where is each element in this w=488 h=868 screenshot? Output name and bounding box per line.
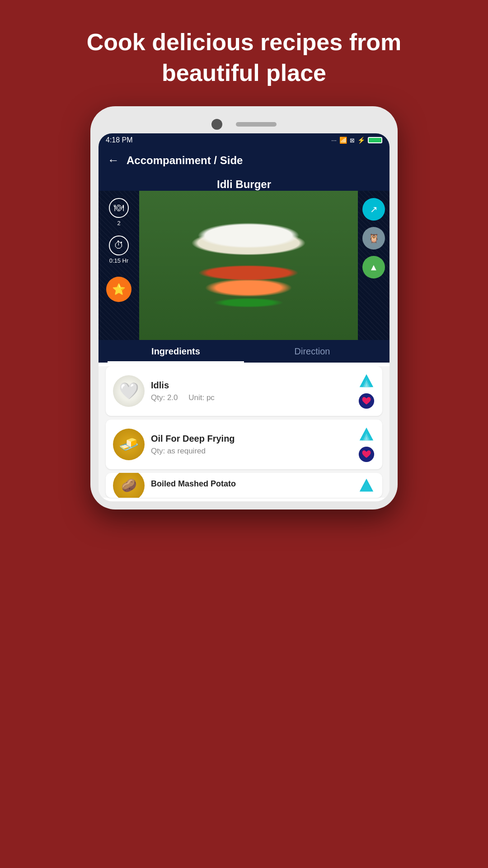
- pyramid-icon: [358, 477, 375, 494]
- tab-bar: Ingredients Direction: [99, 340, 389, 363]
- promo-header: Cook delicious recipes from beautiful pl…: [0, 0, 488, 106]
- battery-indicator: [368, 137, 382, 143]
- servings-value: 2: [117, 220, 120, 226]
- status-icons: ··· 📶 ⊠ ⚡: [331, 137, 382, 144]
- table-row: 🤍 Idlis Qty: 2.0 Unit: pc: [106, 366, 382, 416]
- ingredient-info: Idlis Qty: 2.0 Unit: pc: [151, 380, 352, 402]
- time-value: 0:15 Hr: [109, 257, 129, 264]
- star-icon: ⭐: [112, 283, 126, 296]
- tab-ingredients[interactable]: Ingredients: [108, 340, 244, 363]
- recipe-left-panel: 🍽 2 ⏱ 0:15 Hr ⭐: [99, 191, 139, 340]
- time-icon: ⏱: [109, 236, 129, 255]
- heart-icon: [358, 446, 375, 463]
- phone-screen: 4:18 PM ··· 📶 ⊠ ⚡ ← Accompaniment / Side…: [99, 133, 389, 501]
- phone-speaker: [236, 122, 277, 127]
- info-button[interactable]: 🦉: [362, 227, 385, 250]
- bolt-icon: ⚡: [357, 137, 365, 144]
- recipe-title: Idli Burger: [99, 174, 389, 191]
- ingredient-nutrition-icons: [358, 426, 375, 463]
- back-button[interactable]: ←: [108, 153, 119, 167]
- page-title: Accompaniment / Side: [127, 154, 243, 167]
- tab-direction[interactable]: Direction: [244, 340, 380, 363]
- app-header: ← Accompaniment / Side: [99, 147, 389, 174]
- ingredient-image-oil: 🧈: [113, 429, 145, 460]
- favorite-button[interactable]: ⭐: [106, 277, 131, 302]
- pyramid-icon: [358, 373, 375, 390]
- table-row: 🥔 Boiled Mashed Potato: [106, 473, 382, 498]
- share-button[interactable]: ↗: [362, 198, 385, 221]
- recipe-right-panel: ↗ 🦉 ▲: [358, 191, 389, 340]
- phone-mockup: 4:18 PM ··· 📶 ⊠ ⚡ ← Accompaniment / Side…: [90, 106, 398, 509]
- pyramid-small-icon: ▲: [369, 262, 378, 273]
- more-dots-icon: ···: [331, 137, 337, 144]
- phone-camera: [211, 119, 222, 130]
- guide-button[interactable]: ▲: [362, 256, 385, 278]
- ingredient-detail: Qty: 2.0 Unit: pc: [151, 393, 352, 402]
- owl-icon: 🦉: [368, 233, 380, 244]
- heart-icon: [358, 392, 375, 410]
- servings-group: 🍽 2: [109, 198, 129, 226]
- share-icon: ↗: [370, 204, 378, 215]
- time-group: ⏱ 0:15 Hr: [109, 236, 129, 264]
- recipe-image: [139, 191, 358, 340]
- ingredient-info: Oil For Deep Frying Qty: as required: [151, 434, 352, 456]
- ingredient-image-idlis: 🤍: [113, 375, 145, 407]
- phone-notch: [99, 114, 389, 133]
- screen-icon: ⊠: [350, 137, 355, 144]
- table-row: 🧈 Oil For Deep Frying Qty: as required: [106, 420, 382, 469]
- ingredients-list: 🤍 Idlis Qty: 2.0 Unit: pc: [99, 366, 389, 498]
- ingredient-detail: Qty: as required: [151, 447, 352, 456]
- status-bar: 4:18 PM ··· 📶 ⊠ ⚡: [99, 133, 389, 147]
- pyramid-icon: [358, 426, 375, 443]
- ingredient-nutrition-icons: [358, 373, 375, 410]
- ingredient-name: Oil For Deep Frying: [151, 434, 352, 444]
- wifi-icon: 📶: [339, 137, 347, 144]
- recipe-content: 🍽 2 ⏱ 0:15 Hr ⭐: [99, 191, 389, 340]
- ingredient-image-potato: 🥔: [113, 473, 145, 498]
- ingredient-name: Boiled Mashed Potato: [151, 479, 352, 489]
- ingredient-name: Idlis: [151, 380, 352, 391]
- ingredient-nutrition-icons: [358, 477, 375, 494]
- ingredient-info: Boiled Mashed Potato: [151, 479, 352, 491]
- servings-icon: 🍽: [109, 198, 129, 218]
- status-time: 4:18 PM: [106, 136, 133, 144]
